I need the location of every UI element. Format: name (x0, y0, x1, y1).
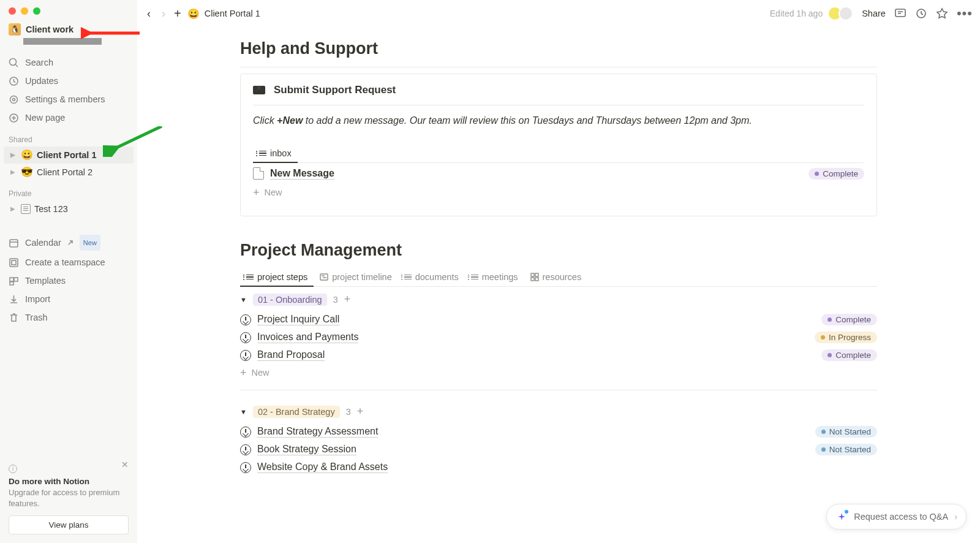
sidebar-import[interactable]: Import (4, 290, 134, 308)
task-icon (240, 427, 251, 438)
tab-inbox[interactable]: inbox (253, 145, 298, 163)
svg-point-1 (10, 58, 17, 65)
sparkle-icon (835, 511, 848, 523)
templates-icon (9, 276, 19, 286)
sidebar-new-page[interactable]: New page (4, 108, 134, 127)
chevron-right-icon[interactable]: ▶ (9, 202, 17, 216)
toggle-icon[interactable]: ▼ (240, 296, 247, 303)
task-row[interactable]: Brand Proposal Complete (240, 346, 877, 364)
add-to-group-button[interactable]: + (344, 293, 351, 306)
support-callout: Submit Support Request Click +New to add… (240, 74, 877, 216)
tab-label: documents (415, 272, 459, 282)
sidebar-search[interactable]: Search (4, 53, 134, 72)
sidebar-page-client-portal-1[interactable]: ▶ 😀 Client Portal 1 (4, 146, 134, 164)
task-row[interactable]: Project Inquiry Call Complete (240, 311, 877, 328)
task-icon (240, 462, 251, 473)
svg-rect-14 (10, 282, 13, 285)
svg-rect-8 (10, 240, 18, 247)
gear-icon (9, 94, 19, 105)
sidebar-page-client-portal-2[interactable]: ▶ 😎 Client Portal 2 (4, 164, 134, 181)
sidebar-settings[interactable]: Settings & members (4, 90, 134, 108)
redacted-text (23, 38, 102, 45)
share-button[interactable]: Share (862, 9, 886, 18)
qa-access-button[interactable]: Request access to Q&A › (826, 504, 967, 530)
task-title: Invoices and Payments (257, 332, 358, 343)
back-button[interactable]: ‹ (145, 7, 153, 20)
svg-rect-15 (895, 9, 905, 17)
history-icon[interactable] (915, 7, 927, 20)
tab-documents[interactable]: documents (398, 268, 465, 287)
sidebar-nav-label: Settings & members (25, 93, 105, 106)
database-row[interactable]: New Message Complete (253, 163, 864, 184)
tab-resources[interactable]: resources (524, 268, 588, 287)
group-name[interactable]: 02 - Brand Strategy (253, 406, 340, 418)
sidebar-updates[interactable]: Updates (4, 72, 134, 90)
status-badge: In Progress (815, 332, 877, 343)
new-task-button[interactable]: + New (240, 364, 877, 381)
sidebar-calendar[interactable]: Calendar New (4, 232, 134, 253)
breadcrumb[interactable]: 😀 Client Portal 1 (187, 8, 260, 20)
chevron-right-icon: › (954, 512, 957, 522)
sidebar-page-test-123[interactable]: ▶ Test 123 (4, 200, 134, 218)
close-icon[interactable]: ✕ (121, 460, 129, 469)
sidebar-tool-label: Trash (25, 311, 48, 324)
status-badge: Complete (809, 168, 864, 180)
svg-rect-11 (12, 260, 16, 265)
svg-rect-12 (10, 278, 13, 281)
add-to-group-button[interactable]: + (357, 405, 364, 418)
view-plans-button[interactable]: View plans (9, 515, 129, 534)
tab-label: meetings (482, 272, 518, 282)
task-title: Project Inquiry Call (257, 314, 339, 325)
svg-point-4 (10, 96, 18, 103)
tab-project-steps[interactable]: project steps (240, 268, 314, 287)
maximize-window[interactable] (33, 7, 40, 15)
task-row[interactable]: Invoices and Payments In Progress (240, 328, 877, 346)
toggle-icon[interactable]: ▼ (240, 408, 247, 416)
workspace-switcher[interactable]: 🐧 Client work (0, 15, 137, 36)
status-badge: Not Started (815, 444, 877, 455)
promo-body: Upgrade for access to premium features. (9, 487, 129, 509)
comment-icon[interactable] (894, 7, 907, 20)
avatar (839, 6, 853, 21)
task-row[interactable]: Website Copy & Brand Assets (240, 458, 877, 476)
group-count: 3 (333, 295, 338, 305)
task-row[interactable]: Brand Strategy Assessment Not Started (240, 423, 877, 441)
presence-avatars[interactable] (831, 6, 853, 21)
sidebar-nav-label: Search (25, 56, 53, 69)
sidebar-nav-label: New page (25, 111, 65, 124)
task-icon (240, 332, 251, 343)
svg-rect-23 (535, 278, 538, 281)
more-icon[interactable]: ••• (957, 6, 973, 21)
breadcrumb-title: Client Portal 1 (205, 9, 260, 18)
task-title: Website Copy & Brand Assets (257, 461, 388, 473)
calendar-icon (9, 238, 19, 248)
new-row-button[interactable]: + New (253, 184, 864, 201)
sidebar-tool-label: Create a teamspace (25, 256, 105, 269)
star-icon[interactable] (936, 7, 948, 20)
group-name[interactable]: 01 - Onboarding (253, 294, 327, 306)
chevron-right-icon[interactable]: ▶ (9, 148, 17, 162)
document-icon (253, 167, 264, 180)
sidebar: 🐧 Client work Search Updates Settings & … (0, 0, 137, 543)
sidebar-section-private: Private (0, 181, 137, 200)
close-window[interactable] (9, 7, 16, 15)
new-tab-button[interactable]: + (174, 7, 181, 21)
tab-label: project steps (257, 272, 307, 282)
external-link-icon (67, 240, 74, 246)
workspace-name: Client work (26, 25, 74, 34)
board-icon (530, 273, 539, 281)
group-header-onboarding: ▼ 01 - Onboarding 3 + (240, 287, 877, 311)
new-badge: New (80, 235, 100, 251)
tab-meetings[interactable]: meetings (465, 268, 524, 287)
database-tabs: inbox (253, 145, 864, 163)
task-row[interactable]: Book Strategy Session Not Started (240, 441, 877, 458)
sidebar-templates[interactable]: Templates (4, 272, 134, 290)
sidebar-trash[interactable]: Trash (4, 308, 134, 327)
svg-rect-20 (531, 273, 534, 276)
tab-project-timeline[interactable]: project timeline (314, 268, 398, 287)
forward-button[interactable]: › (159, 7, 168, 20)
sidebar-create-teamspace[interactable]: Create a teamspace (4, 253, 134, 272)
minimize-window[interactable] (21, 7, 28, 15)
chevron-right-icon[interactable]: ▶ (9, 165, 17, 179)
workspace-icon: 🐧 (9, 23, 21, 36)
